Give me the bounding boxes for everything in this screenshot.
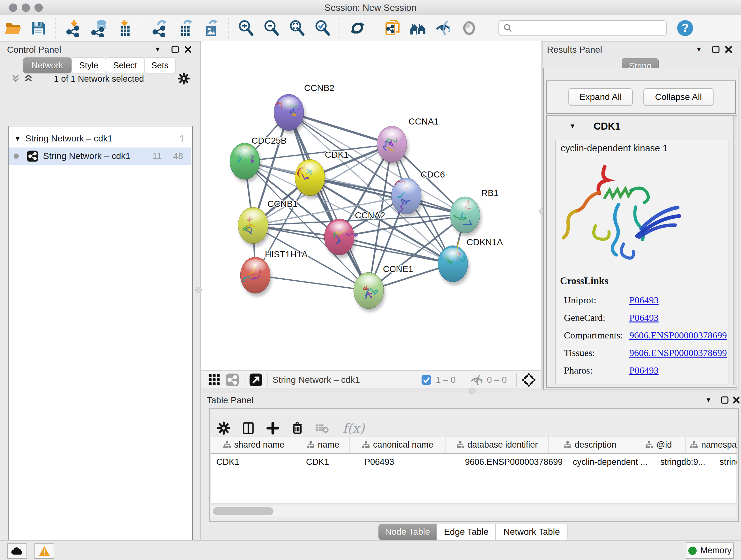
node-table[interactable]: shared namenamecanonical namedatabase id… bbox=[211, 436, 737, 504]
crosslink-value-link[interactable]: P06493 bbox=[629, 365, 659, 376]
column-header-description[interactable]: description bbox=[549, 436, 631, 453]
open-session-button[interactable] bbox=[3, 19, 22, 37]
node-CCNB2[interactable] bbox=[274, 94, 306, 134]
birds-eye-grid-icon[interactable] bbox=[208, 374, 221, 386]
table-cell[interactable]: 9606.ENSP00000378699 bbox=[460, 454, 568, 470]
string-network-graph[interactable]: CCNB2CCNA1CDC25BCDK1CDC6RB1CCNB1CCNA2CDK… bbox=[201, 41, 541, 370]
search-input[interactable] bbox=[513, 23, 663, 34]
zoom-selected-button[interactable] bbox=[313, 19, 332, 37]
glass-pane-button[interactable] bbox=[460, 19, 478, 37]
export-network-button[interactable] bbox=[150, 19, 169, 37]
column-header-name[interactable]: name bbox=[296, 436, 350, 453]
import-table-button[interactable] bbox=[115, 19, 134, 37]
column-header-namespace[interactable]: namespace bbox=[686, 436, 737, 453]
edge-CCNE1-HIST1H1A[interactable] bbox=[255, 275, 368, 291]
expand-all-button[interactable]: Expand All bbox=[568, 88, 633, 106]
results-scrollbar[interactable] bbox=[733, 116, 737, 385]
node-CCNA2[interactable] bbox=[324, 219, 357, 258]
zoom-in-button[interactable] bbox=[237, 19, 255, 37]
selected-checkbox-icon[interactable] bbox=[421, 374, 432, 385]
control-panel-maximize-icon[interactable] bbox=[171, 45, 179, 54]
node-CCNE1[interactable] bbox=[354, 272, 385, 312]
node-HIST1H1A[interactable] bbox=[240, 257, 272, 297]
edge-CCNB2-CCNE1[interactable] bbox=[289, 112, 368, 291]
show-columns-button[interactable] bbox=[238, 418, 259, 439]
table-hscroll-thumb[interactable] bbox=[213, 507, 273, 515]
warnings-button[interactable] bbox=[35, 543, 54, 559]
cloud-status-button[interactable] bbox=[7, 543, 27, 559]
hide-glass-pane-button[interactable] bbox=[434, 19, 453, 37]
table-hscrollbar[interactable] bbox=[211, 506, 736, 516]
table-panel-float-icon[interactable]: ▾ bbox=[706, 395, 711, 404]
export-image-button[interactable] bbox=[201, 19, 220, 37]
fit-content-crosshair-icon[interactable] bbox=[522, 373, 536, 387]
results-panel-close-icon[interactable] bbox=[724, 45, 733, 54]
collapse-all-networks-icon[interactable] bbox=[23, 73, 33, 84]
results-panel-maximize-icon[interactable] bbox=[712, 45, 720, 54]
import-network-file-button[interactable] bbox=[64, 19, 83, 37]
tab-network[interactable]: Network bbox=[23, 57, 71, 73]
zoom-fit-button[interactable] bbox=[287, 19, 306, 37]
zoom-out-button[interactable] bbox=[262, 19, 280, 37]
table-cell[interactable]: cyclin-dependent ... bbox=[568, 454, 655, 470]
column-header-database-identifier[interactable]: database identifier bbox=[446, 436, 549, 453]
crosslink-value-link[interactable]: P06493 bbox=[629, 295, 659, 306]
tab-edge-table[interactable]: Edge Table bbox=[437, 523, 495, 540]
tab-select[interactable]: Select bbox=[106, 57, 144, 73]
network-options-gear-icon[interactable] bbox=[178, 72, 190, 85]
save-session-button[interactable] bbox=[29, 19, 48, 37]
node-RB1[interactable] bbox=[450, 197, 482, 236]
table-cell[interactable]: P06493 bbox=[359, 454, 460, 470]
import-network-database-button[interactable] bbox=[90, 19, 108, 37]
delete-column-button[interactable] bbox=[287, 418, 308, 439]
refresh-view-button[interactable] bbox=[348, 19, 367, 37]
protein-structure-image[interactable] bbox=[559, 157, 687, 269]
tab-style[interactable]: Style bbox=[71, 57, 106, 73]
node-CDK1[interactable] bbox=[295, 159, 327, 199]
edge-CCNA2-CDKN1A[interactable] bbox=[339, 237, 453, 264]
column-header--id[interactable]: @id bbox=[631, 436, 686, 453]
share-view-icon[interactable] bbox=[225, 373, 239, 387]
table-row[interactable]: CDK1CDK1P064939606.ENSP00000378699cyclin… bbox=[211, 454, 737, 470]
network-label: String Network – cdk1 bbox=[43, 151, 152, 161]
crosslink-value-link[interactable]: P06493 bbox=[629, 312, 659, 323]
control-panel-float-icon[interactable]: ▾ bbox=[156, 45, 159, 54]
results-panel-float-icon[interactable]: ▾ bbox=[697, 45, 701, 54]
network-collection-row[interactable]: ▾ String Network – cdk1 1 bbox=[9, 131, 191, 146]
network-row-selected[interactable]: String Network – cdk1 11 48 bbox=[9, 147, 191, 165]
gene-collapse-icon[interactable]: ▾ bbox=[570, 121, 575, 130]
column-header-shared-name[interactable]: shared name bbox=[211, 436, 296, 453]
add-column-button[interactable] bbox=[262, 418, 283, 439]
table-cell[interactable]: CDK1 bbox=[301, 454, 359, 470]
crosslink-value-link[interactable]: 9606.ENSP00000378699 bbox=[629, 330, 727, 341]
table-cell[interactable]: stringdb bbox=[715, 454, 737, 470]
cloud-icon bbox=[11, 546, 23, 556]
crosslink-value-link[interactable]: 9606.ENSP00000378699 bbox=[629, 348, 727, 358]
node-CCNA1[interactable] bbox=[377, 126, 408, 166]
network-view-canvas[interactable]: CCNB2CCNA1CDC25BCDK1CDC6RB1CCNB1CCNA2CDK… bbox=[201, 41, 541, 370]
table-cell[interactable]: CDK1 bbox=[211, 454, 301, 470]
tab-network-table[interactable]: Network Table bbox=[495, 523, 568, 540]
table-settings-button[interactable] bbox=[213, 418, 234, 439]
horizontal-splitter-handle[interactable] bbox=[469, 388, 475, 394]
node-CCNB1[interactable] bbox=[238, 207, 270, 247]
collection-expand-icon[interactable]: ▾ bbox=[16, 134, 19, 143]
string-import-button[interactable] bbox=[383, 19, 402, 37]
column-header-canonical-name[interactable]: canonical name bbox=[350, 436, 446, 453]
table-panel-maximize-icon[interactable] bbox=[721, 396, 729, 404]
string-home-button[interactable] bbox=[409, 19, 427, 37]
memory-button[interactable]: Memory bbox=[686, 543, 734, 559]
column-label: name bbox=[318, 440, 340, 450]
expand-all-networks-icon[interactable] bbox=[11, 73, 20, 84]
control-panel-close-icon[interactable] bbox=[184, 45, 192, 54]
export-table-button[interactable] bbox=[176, 19, 194, 37]
open-in-window-icon[interactable] bbox=[249, 373, 263, 387]
help-button[interactable]: ? bbox=[676, 19, 694, 37]
collapse-all-button[interactable]: Collapse All bbox=[643, 88, 714, 106]
tab-node-table[interactable]: Node Table bbox=[378, 523, 437, 540]
tab-sets[interactable]: Sets bbox=[144, 57, 176, 73]
left-splitter-handle[interactable] bbox=[195, 287, 202, 293]
search-box[interactable] bbox=[498, 20, 667, 36]
table-panel-close-icon[interactable] bbox=[732, 396, 740, 404]
table-cell[interactable]: stringdb:9... bbox=[655, 454, 715, 470]
